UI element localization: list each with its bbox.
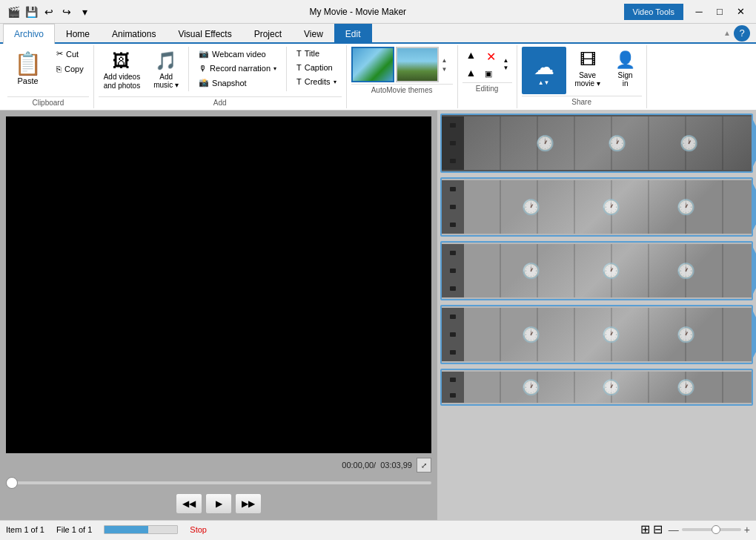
- film-strip-left: [442, 372, 464, 403]
- film-segment[interactable]: 🕐 🕐 🕐: [464, 180, 752, 234]
- text-col: T Title T Caption T Credits ▾: [291, 47, 342, 88]
- caption-button[interactable]: T Caption: [291, 61, 342, 74]
- cut-button[interactable]: ✂ Cut: [51, 47, 89, 61]
- record-narration-button[interactable]: 🎙 Record narration ▾: [193, 62, 282, 75]
- save-movie-button[interactable]: 🎞 Savemovie ▾: [569, 47, 606, 91]
- add-right-col: 📷 Webcam video 🎙 Record narration ▾ 📸 Sn…: [193, 47, 282, 90]
- storyboard-area[interactable]: 🕐 🕐 🕐 🕐 🕐 🕐: [437, 111, 756, 520]
- webcam-video-button[interactable]: 📷 Webcam video: [193, 47, 282, 61]
- ribbon: 📋 Paste ✂ Cut ⎘ Copy Clipboard 🖼 Add vid…: [0, 44, 756, 111]
- editing-scroll-down[interactable]: ▼: [503, 65, 508, 71]
- film-segment[interactable]: 🕐 🕐 🕐: [464, 244, 752, 297]
- copy-label: Copy: [64, 65, 84, 73]
- film-segment[interactable]: 🕐 🕐 🕐: [464, 116, 752, 170]
- film-strip-left: [442, 116, 464, 170]
- film-hole: [450, 141, 456, 145]
- play-button[interactable]: ▶: [205, 493, 232, 514]
- copy-button[interactable]: ⎘ Copy: [51, 62, 89, 76]
- clock-icon: 🕐: [608, 134, 626, 152]
- film-segment[interactable]: 🕐 🕐 🕐: [464, 308, 752, 361]
- tab-visual-effects[interactable]: Visual Effects: [167, 24, 242, 44]
- film-strip-left: [442, 180, 464, 234]
- film-segment[interactable]: 🕐 🕐 🕐: [464, 372, 752, 403]
- tab-edit[interactable]: Edit: [334, 24, 372, 44]
- editing-content: ▲ ▲ ✕ ▣ ▲ ▼: [462, 47, 512, 81]
- current-time: 00:00,00/: [342, 461, 376, 470]
- minimize-button[interactable]: ─: [689, 4, 709, 19]
- editing-buttons-row: ▲ ▲ ✕ ▣ ▲ ▼: [462, 47, 512, 81]
- save-movie-label: Savemovie ▾: [574, 71, 600, 88]
- timeline-view-button[interactable]: ⊟: [653, 522, 663, 536]
- progress-bar-fill: [105, 526, 148, 533]
- zoom-track[interactable]: [682, 528, 741, 531]
- help-button[interactable]: ?: [734, 25, 750, 42]
- redo-icon[interactable]: ↪: [59, 4, 74, 19]
- clock-icon: 🕐: [522, 262, 540, 280]
- share-label: Share: [522, 96, 642, 106]
- undo-icon[interactable]: ↩: [42, 4, 56, 19]
- title-label: Title: [305, 49, 319, 58]
- customize-icon[interactable]: ▾: [77, 4, 92, 19]
- caption-icon: T: [296, 63, 302, 72]
- credits-button[interactable]: T Credits ▾: [291, 75, 342, 88]
- cut-label: Cut: [66, 50, 79, 59]
- zoom-out-button[interactable]: —: [669, 524, 679, 536]
- cloud-save-button[interactable]: ☁ ▲ ▼: [522, 47, 566, 94]
- title-button[interactable]: T Title: [291, 47, 342, 60]
- prev-frame-button[interactable]: ◀◀: [176, 493, 202, 514]
- item-count: Item 1 of 1: [6, 525, 44, 534]
- theme-ocean[interactable]: [351, 47, 394, 82]
- slider-thumb[interactable]: [6, 477, 18, 489]
- snapshot-button[interactable]: 📸 Snapshot: [193, 76, 282, 90]
- editing-select-button[interactable]: ▣: [481, 68, 501, 80]
- total-time: 03:03,99: [380, 461, 412, 470]
- tab-project[interactable]: Project: [243, 24, 293, 44]
- close-button[interactable]: ✕: [731, 4, 750, 19]
- next-frame-button[interactable]: ▶▶: [235, 493, 262, 514]
- paste-button[interactable]: 📋 Paste: [7, 47, 48, 89]
- editing-arrow-col: ▲ ▲: [462, 47, 480, 81]
- editing-scroll-up[interactable]: ▲: [503, 57, 508, 64]
- add-content: 🖼 Add videosand photos 🎵 Addmusic ▾ 📷 We…: [99, 47, 342, 95]
- film-hole: [450, 187, 456, 191]
- film-hole: [450, 332, 456, 337]
- sign-in-button[interactable]: 👤 Signin: [609, 47, 642, 91]
- themes-scroll-up[interactable]: ▲: [440, 56, 449, 65]
- film-strip: 🕐 🕐 🕐: [440, 241, 753, 300]
- timeline-slider[interactable]: [6, 477, 431, 489]
- playback-controls: ◀◀ ▶ ▶▶: [6, 493, 431, 514]
- fullscreen-button[interactable]: ⤢: [417, 458, 431, 472]
- maximize-button[interactable]: □: [710, 4, 729, 19]
- zoom-thumb[interactable]: [712, 525, 720, 534]
- clock-icon: 🕐: [522, 326, 540, 343]
- caption-label: Caption: [305, 63, 333, 72]
- add-music-button[interactable]: 🎵 Addmusic ▾: [148, 47, 184, 93]
- film-strip: 🕐 🕐 🕐: [440, 369, 753, 406]
- cut-copy-col: ✂ Cut ⎘ Copy: [51, 47, 89, 76]
- editing-x-button[interactable]: ✕: [481, 47, 501, 66]
- storyboard-view-button[interactable]: ⊞: [640, 522, 650, 536]
- film-hole: [450, 286, 456, 291]
- film-hole: [450, 123, 456, 128]
- editing-up-button[interactable]: ▲: [462, 47, 480, 63]
- paste-label: Paste: [17, 76, 38, 85]
- themes-scroll-down[interactable]: ▼: [440, 65, 449, 73]
- stop-button[interactable]: Stop: [190, 525, 207, 534]
- zoom-in-button[interactable]: +: [744, 524, 750, 536]
- themes-content: ▲ ▼: [351, 47, 453, 82]
- theme-landscape[interactable]: [396, 47, 439, 82]
- tab-animations[interactable]: Animations: [101, 24, 167, 44]
- film-hole: [450, 159, 456, 163]
- editing-scroll-col: ▲ ▼: [503, 57, 508, 71]
- add-videos-button[interactable]: 🖼 Add videosand photos: [99, 47, 146, 94]
- clipboard-label: Clipboard: [7, 96, 89, 107]
- tab-archivo[interactable]: Archivo: [3, 24, 55, 44]
- credits-icon: T: [296, 77, 302, 86]
- progress-bar-container: [104, 525, 178, 534]
- cloud-scroll-arrows: ▲ ▼: [538, 79, 550, 86]
- save-icon[interactable]: 💾: [24, 4, 39, 19]
- tab-view[interactable]: View: [293, 24, 334, 44]
- tab-home[interactable]: Home: [55, 24, 101, 44]
- editing-down-button[interactable]: ▲: [462, 65, 480, 81]
- ribbon-collapse-button[interactable]: ▲: [723, 29, 731, 37]
